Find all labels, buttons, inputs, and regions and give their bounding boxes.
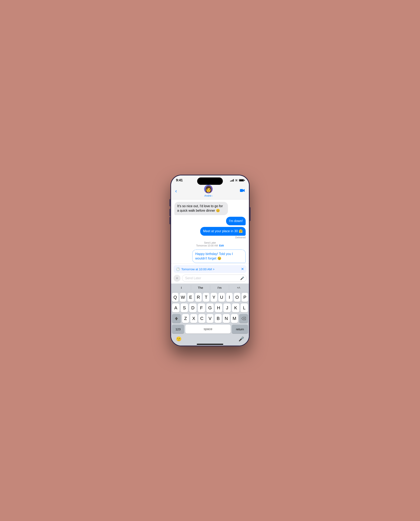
key-row-3: Z X C V B N M — [172, 314, 248, 323]
send-later-banner-time[interactable]: 🕐 Tomorrow at 10:00 AM > — [176, 267, 215, 271]
status-icons: ⌘ — [230, 179, 244, 182]
status-time: 9:41 — [176, 178, 183, 182]
key-b[interactable]: B — [215, 314, 222, 323]
send-later-label: Send Later — [174, 241, 246, 244]
message-sent-1: I'm down! — [226, 217, 246, 225]
key-v[interactable]: V — [207, 314, 213, 323]
input-row: + Send Later 🎤 — [173, 275, 247, 282]
key-row-4: 123 space return — [172, 325, 248, 334]
bubble-send-later: Happy birthday! Told you I wouldn't forg… — [192, 249, 246, 263]
key-row-2: A S D F G H J K L — [172, 303, 248, 312]
key-c[interactable]: C — [198, 314, 205, 323]
close-banner-button[interactable]: ✕ — [241, 267, 244, 271]
message-sent-2: Meet at your place in 30 🤗 Delivered — [200, 227, 246, 239]
avatar: 👩 — [204, 185, 213, 193]
suggestion-i[interactable]: I — [172, 285, 191, 290]
bottom-row: 🙂 🎤 — [171, 335, 249, 345]
bubble-sent-1: I'm down! — [226, 217, 246, 225]
send-later-banner: 🕐 Tomorrow at 10:00 AM > ✕ — [173, 265, 247, 273]
messages-area: It's so nice out, I'd love to go for a q… — [171, 199, 249, 263]
keyboard-area: I The I'm ≡A Q W E R — [171, 284, 249, 345]
keyboard: Q W E R T Y U I O P A S D F G — [171, 292, 249, 335]
key-o[interactable]: O — [234, 293, 240, 302]
input-placeholder: Send Later — [185, 276, 201, 280]
send-later-schedule: Tomorrow 10:00 AM Edit — [174, 244, 246, 247]
key-n[interactable]: N — [223, 314, 230, 323]
suggestion-the[interactable]: The — [191, 285, 210, 290]
key-h[interactable]: H — [215, 303, 222, 312]
bubble-received-1: It's so nice out, I'd love to go for a q… — [174, 202, 228, 215]
key-z[interactable]: Z — [182, 314, 189, 323]
key-s[interactable]: S — [181, 303, 188, 312]
contact-info[interactable]: 👩 Andre › — [204, 185, 213, 197]
signal-icon — [230, 179, 234, 182]
chevron-right-icon: › — [212, 195, 213, 197]
key-i[interactable]: I — [226, 293, 232, 302]
status-bar: 9:41 ⌘ — [171, 176, 249, 184]
key-w[interactable]: W — [180, 293, 186, 302]
home-indicator — [197, 344, 223, 345]
key-l[interactable]: L — [240, 303, 248, 312]
key-row-1: Q W E R T Y U I O P — [172, 293, 248, 302]
suggestion-im[interactable]: I'm — [210, 285, 229, 290]
space-key[interactable]: space — [185, 325, 231, 334]
contact-name: Andre › — [204, 194, 212, 197]
suggestion-special[interactable]: ≡A — [229, 285, 248, 290]
mic-in-input-icon: 🎤 — [240, 276, 244, 280]
message-received-1: It's so nice out, I'd love to go for a q… — [174, 202, 228, 215]
plus-button[interactable]: + — [173, 275, 180, 282]
send-later-info: Send Later Tomorrow 10:00 AM Edit — [174, 241, 246, 247]
key-q[interactable]: Q — [172, 293, 179, 302]
home-indicator-wrap — [176, 343, 244, 345]
svg-rect-0 — [240, 189, 243, 192]
delivered-label: Delivered — [235, 236, 246, 239]
message-input[interactable]: Send Later 🎤 — [182, 275, 247, 282]
phone-frame: 9:41 ⌘ ‹ 👩 — [170, 175, 250, 346]
battery-icon — [239, 179, 244, 182]
key-t[interactable]: T — [203, 293, 209, 302]
key-k[interactable]: K — [232, 303, 239, 312]
key-r[interactable]: R — [195, 293, 202, 302]
key-m[interactable]: M — [231, 314, 238, 323]
key-f[interactable]: F — [198, 303, 205, 312]
bubble-sent-2: Meet at your place in 30 🤗 — [200, 227, 246, 235]
send-later-edit-link[interactable]: Edit — [219, 244, 224, 247]
key-g[interactable]: G — [206, 303, 214, 312]
key-a[interactable]: A — [172, 303, 180, 312]
wifi-icon: ⌘ — [235, 179, 238, 182]
dynamic-island — [197, 177, 223, 185]
emoji-icon[interactable]: 🙂 — [176, 336, 181, 342]
key-u[interactable]: U — [218, 293, 225, 302]
shift-key[interactable] — [172, 314, 181, 323]
key-p[interactable]: P — [241, 293, 248, 302]
return-key[interactable]: return — [232, 325, 248, 334]
phone-screen: 9:41 ⌘ ‹ 👩 — [171, 176, 249, 345]
numbers-key[interactable]: 123 — [172, 325, 184, 334]
back-button[interactable]: ‹ — [175, 188, 177, 194]
key-y[interactable]: Y — [211, 293, 217, 302]
input-area: 🕐 Tomorrow at 10:00 AM > ✕ + Send Later … — [171, 263, 249, 284]
key-x[interactable]: X — [190, 314, 197, 323]
key-e[interactable]: E — [188, 293, 194, 302]
bottom-icons: 🙂 🎤 — [176, 336, 244, 342]
key-d[interactable]: D — [189, 303, 196, 312]
suggestions-bar: I The I'm ≡A — [171, 284, 249, 292]
video-call-button[interactable] — [240, 189, 245, 193]
key-j[interactable]: J — [224, 303, 231, 312]
nav-bar: ‹ 👩 Andre › — [171, 184, 249, 199]
delete-key[interactable] — [239, 314, 248, 323]
mic-bottom-icon[interactable]: 🎤 — [239, 336, 244, 342]
message-send-later: Happy birthday! Told you I wouldn't forg… — [192, 249, 246, 263]
